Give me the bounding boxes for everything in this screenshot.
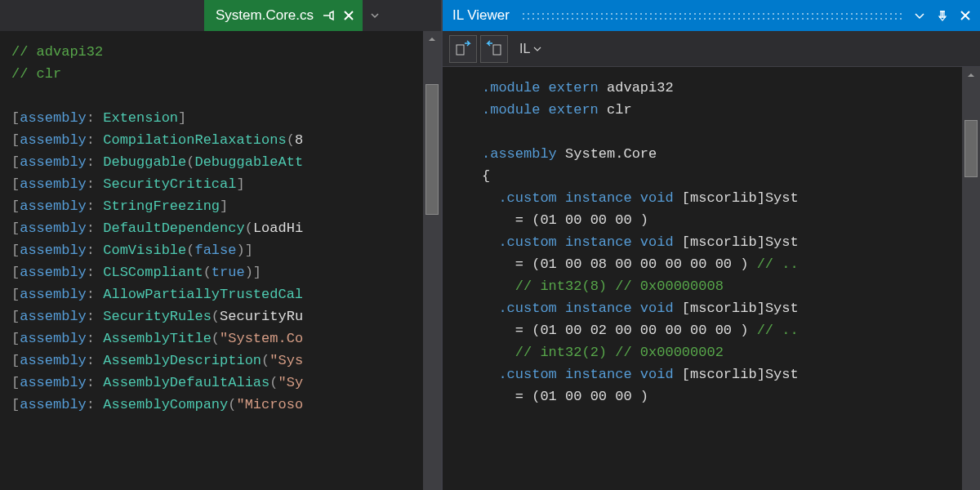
- titlebar-grip[interactable]: [521, 11, 905, 20]
- editor-code[interactable]: // advapi32// clr [assembly: Extension][…: [0, 31, 423, 490]
- code-line: [assembly: Debuggable(DebuggableAtt: [11, 151, 420, 173]
- code-line: // clr: [11, 63, 420, 85]
- window-position-dropdown-icon[interactable]: [911, 10, 928, 21]
- code-line: [assembly: ComVisible(false)]: [11, 239, 420, 261]
- code-line: {: [482, 165, 959, 187]
- scroll-thumb[interactable]: [964, 120, 978, 177]
- svg-rect-0: [457, 45, 464, 55]
- tab-title: System.Core.cs: [216, 7, 314, 24]
- code-line: [assembly: SecurityCritical]: [11, 173, 420, 195]
- code-line: [assembly: CompilationRelaxations(8: [11, 129, 420, 151]
- code-line: = (01 00 02 00 00 00 00 00 ) // ..: [482, 319, 959, 341]
- editor-code-area: // advapi32// clr [assembly: Extension][…: [0, 31, 441, 490]
- il-mode-dropdown[interactable]: IL: [511, 42, 546, 56]
- il-viewer-titlebar[interactable]: IL Viewer: [443, 0, 980, 31]
- code-line: = (01 00 08 00 00 00 00 00 ) // ..: [482, 253, 959, 275]
- code-line: [482, 121, 959, 143]
- code-line: [assembly: AllowPartiallyTrustedCal: [11, 283, 420, 305]
- code-line: // advapi32: [11, 41, 420, 63]
- code-line: [assembly: DefaultDependency(LoadHi: [11, 217, 420, 239]
- scroll-thumb[interactable]: [425, 84, 439, 215]
- close-icon[interactable]: [343, 10, 354, 21]
- tab-overflow-dropdown[interactable]: [363, 0, 387, 31]
- il-scrollbar[interactable]: [962, 67, 980, 490]
- il-code-area: .module extern advapi32.module extern cl…: [443, 67, 980, 490]
- code-line: [assembly: AssemblyCompany("Microso: [11, 394, 420, 416]
- scroll-up-icon[interactable]: [962, 67, 980, 83]
- il-mode-label: IL: [519, 42, 530, 56]
- code-line: .module extern advapi32: [482, 77, 959, 99]
- editor-pane: System.Core.cs // advapi32// clr [assemb…: [0, 0, 441, 490]
- il-viewer-toolbar: IL: [443, 31, 980, 67]
- code-line: = (01 00 00 00 ): [482, 385, 959, 408]
- code-line: [assembly: StringFreezing]: [11, 195, 420, 217]
- editor-scrollbar[interactable]: [423, 31, 441, 490]
- code-line: // int32(2) // 0x00000002: [482, 341, 959, 363]
- il-viewer-pane: IL Viewer IL .module extern advapi32.mod…: [441, 0, 980, 490]
- code-line: .module extern clr: [482, 99, 959, 121]
- il-code[interactable]: .module extern advapi32.module extern cl…: [443, 67, 962, 490]
- sync-from-editor-button[interactable]: [449, 35, 477, 63]
- tab-bar: System.Core.cs: [0, 0, 441, 31]
- code-line: // int32(8) // 0x00000008: [482, 275, 959, 297]
- panel-title: IL Viewer: [452, 7, 510, 24]
- pin-icon[interactable]: [322, 9, 335, 22]
- code-line: .custom instance void [mscorlib]Syst: [482, 231, 959, 253]
- code-line: [assembly: AssemblyTitle("System.Co: [11, 327, 420, 350]
- code-line: [11, 85, 420, 107]
- code-line: .custom instance void [mscorlib]Syst: [482, 187, 959, 209]
- close-panel-icon[interactable]: [957, 10, 973, 21]
- sync-to-editor-button[interactable]: [480, 35, 508, 63]
- svg-rect-1: [493, 45, 501, 55]
- code-line: .custom instance void [mscorlib]Syst: [482, 297, 959, 319]
- file-tab[interactable]: System.Core.cs: [204, 0, 363, 31]
- code-line: .assembly System.Core: [482, 143, 959, 165]
- autohide-pin-icon[interactable]: [934, 10, 951, 21]
- code-line: [assembly: AssemblyDescription("Sys: [11, 350, 420, 372]
- code-line: [assembly: Extension]: [11, 107, 420, 129]
- code-line: [assembly: CLSCompliant(true)]: [11, 261, 420, 283]
- code-line: = (01 00 00 00 ): [482, 209, 959, 231]
- code-line: [assembly: AssemblyDefaultAlias("Sy: [11, 372, 420, 394]
- scroll-up-icon[interactable]: [423, 31, 441, 47]
- code-line: .custom instance void [mscorlib]Syst: [482, 363, 959, 385]
- code-line: [assembly: SecurityRules(SecurityRu: [11, 305, 420, 327]
